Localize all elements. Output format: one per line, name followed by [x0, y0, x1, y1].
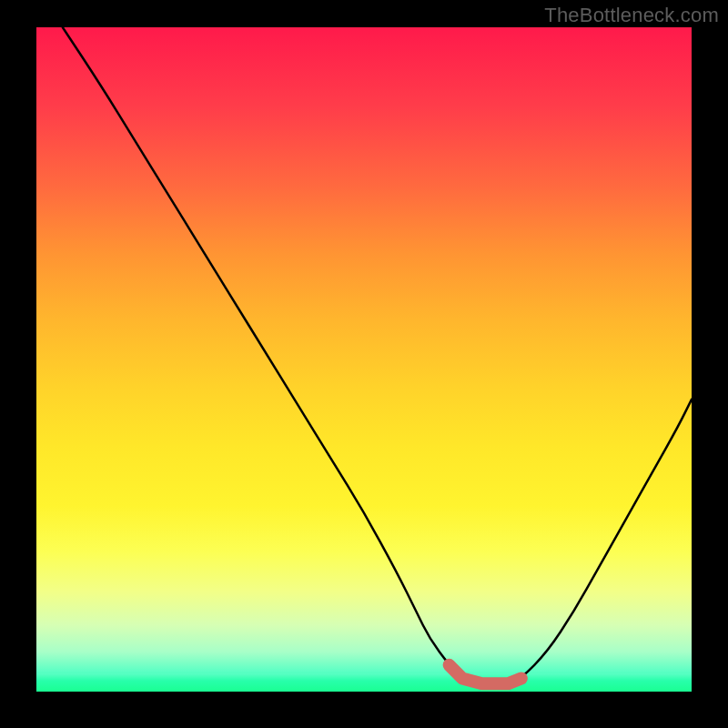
bottleneck-curve — [63, 27, 692, 685]
highlight-region — [450, 665, 521, 683]
chart-frame: TheBottleneck.com — [0, 0, 728, 728]
watermark-text: TheBottleneck.com — [544, 4, 719, 27]
bottleneck-curve-svg — [36, 27, 692, 692]
plot-area — [36, 27, 692, 692]
